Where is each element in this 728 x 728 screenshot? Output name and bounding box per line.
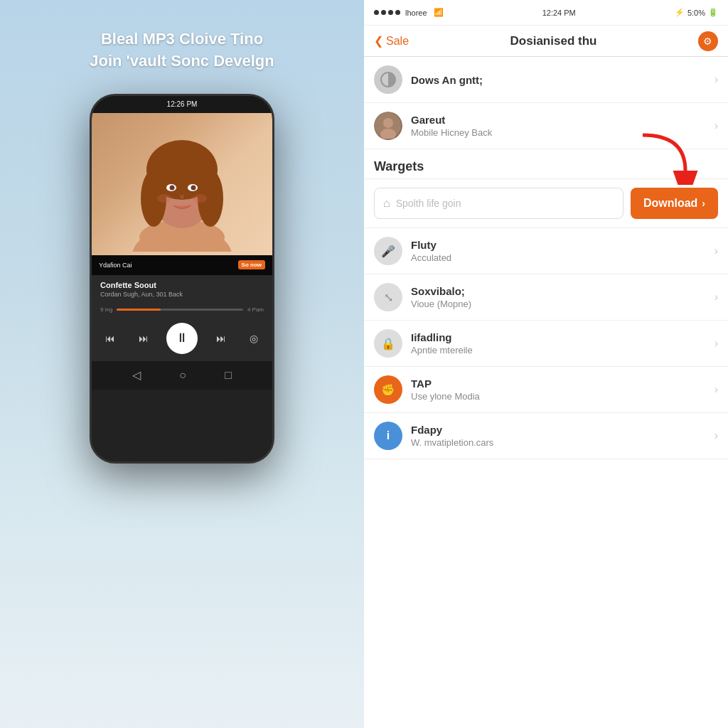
item-soxvibalo-title: Soxvibalo; — [411, 285, 714, 297]
phone-status-bar: 12:26 PM — [92, 96, 272, 113]
svg-point-11 — [157, 194, 171, 203]
item-fluty-subtitle: Acculated — [411, 252, 714, 263]
item-fluty-text: Fluty Acculated — [411, 239, 714, 263]
search-input-container[interactable]: ⌂ Spolth life goin — [374, 188, 623, 219]
signal-dots: lhoree 📶 — [374, 8, 444, 17]
signal-dot-3 — [388, 10, 393, 15]
phone-status-time: 12:26 PM — [167, 100, 198, 108]
svg-point-15 — [383, 118, 393, 128]
left-panel: Bleal MP3 Cloive Tino Join 'vault Sonc D… — [0, 0, 364, 728]
item-lifadling-chevron: › — [714, 337, 718, 350]
list-item[interactable]: 🎤 Fluty Acculated › — [364, 228, 728, 274]
list-item[interactable]: Dows An gntt; › — [364, 57, 728, 103]
list-item[interactable]: ⤡ Soxvibalo; Vioue (Mopne) › — [364, 274, 728, 321]
item-fdapy-text: Fdapy W. mvatipletion.cars — [411, 424, 714, 448]
list-item[interactable]: Gareut Mobile Hicney Back › — [364, 103, 728, 149]
item-tap-subtitle: Use ylone Modia — [411, 391, 714, 402]
battery-icon: 🔋 — [708, 8, 718, 17]
info-icon: i — [387, 429, 390, 442]
carrier-label: lhoree — [405, 9, 427, 17]
track-title: Confette Soout — [100, 281, 264, 289]
item-soxvibalo-icon: ⤡ — [374, 283, 402, 311]
home-icon: ⌂ — [383, 197, 390, 210]
phone-mockup: 12:26 PM — [90, 94, 274, 464]
phone-app-bar: Ydafion Cai So now — [92, 255, 272, 275]
list-item[interactable]: i Fdapy W. mvatipletion.cars › — [364, 413, 728, 459]
wifi-icon: 📶 — [434, 8, 444, 17]
right-panel: lhoree 📶 12:24 PM ⚡ 5:0% 🔋 ❮ Sale Dosian… — [364, 0, 728, 728]
rewind-button[interactable]: ⏮ — [100, 328, 120, 348]
item-gareut-subtitle: Mobile Hicney Back — [411, 127, 714, 138]
section-header-wargets: Wargets — [364, 149, 728, 179]
signal-dot-4 — [395, 10, 400, 15]
back-button[interactable]: ❮ Sale — [374, 34, 409, 48]
home-nav-button[interactable]: ○ — [179, 369, 186, 382]
fist-icon: ✊ — [381, 383, 395, 397]
svg-point-10 — [191, 185, 196, 190]
progress-bar — [117, 309, 243, 311]
right-status-bar: lhoree 📶 12:24 PM ⚡ 5:0% 🔋 — [364, 0, 728, 26]
download-button[interactable]: Download › — [631, 188, 718, 219]
play-pause-button[interactable]: ⏸ — [166, 323, 198, 354]
item-dows-chevron: › — [714, 73, 718, 86]
promo-text: Bleal MP3 Cloive Tino Join 'vault Sonc D… — [90, 28, 274, 73]
share-icon: ⤡ — [384, 291, 393, 304]
item-fdapy-subtitle: W. mvatipletion.cars — [411, 437, 714, 448]
item-gareut-text: Gareut Mobile Hicney Back — [411, 114, 714, 138]
page-title: Dosianised thu — [510, 34, 597, 48]
download-label: Download — [643, 197, 697, 210]
list-item[interactable]: 🔒 Iifadling Apntie mtereile › — [364, 321, 728, 367]
skip-forward-button[interactable]: ⏭ — [211, 328, 231, 348]
download-chevron-icon: › — [702, 198, 705, 209]
item-lifadling-icon: 🔒 — [374, 329, 402, 358]
list-container: Dows An gntt; › Gareut Mobile Hicney Bac… — [364, 57, 728, 728]
so-now-badge: So now — [238, 260, 265, 269]
charge-icon: ⚡ — [675, 8, 685, 17]
track-artist: Cordan Sugh, Aun, 301 Back — [100, 291, 264, 298]
item-soxvibalo-subtitle: Vioue (Mopne) — [411, 299, 714, 309]
signal-dot-2 — [381, 10, 386, 15]
lock-icon: 🔒 — [381, 337, 395, 350]
progress-end: 4 Pam — [247, 306, 264, 313]
more-options-button[interactable]: ◎ — [244, 328, 264, 348]
phone-artist-image — [92, 113, 272, 255]
microphone-icon: 🎤 — [381, 245, 395, 258]
item-tap-icon: ✊ — [374, 375, 402, 404]
back-nav-button[interactable]: ◁ — [132, 368, 141, 382]
item-dows-title: Dows An gntt; — [411, 74, 714, 86]
left-panel-header: Bleal MP3 Cloive Tino Join 'vault Sonc D… — [75, 21, 289, 80]
item-soxvibalo-text: Soxvibalo; Vioue (Mopne) — [411, 285, 714, 309]
list-item[interactable]: ✊ TAP Use ylone Modia › — [364, 367, 728, 413]
item-lifadling-text: Iifadling Apntie mtereile — [411, 331, 714, 355]
item-gareut-icon — [374, 112, 402, 140]
item-tap-title: TAP — [411, 378, 714, 390]
recents-nav-button[interactable]: □ — [225, 369, 232, 382]
phone-screen: 12:26 PM — [92, 96, 272, 461]
phone-nav-bar: ◁ ○ □ — [92, 361, 272, 390]
back-chevron-icon: ❮ — [374, 34, 383, 48]
item-fdapy-icon: i — [374, 422, 402, 450]
item-fdapy-title: Fdapy — [411, 424, 714, 436]
download-section: ⌂ Spolth life goin Download › — [364, 179, 728, 228]
svg-point-9 — [170, 185, 175, 190]
item-tap-text: TAP Use ylone Modia — [411, 378, 714, 402]
skip-back-button[interactable]: ⏭ — [134, 328, 154, 348]
item-fdapy-chevron: › — [714, 429, 718, 442]
item-lifadling-title: Iifadling — [411, 331, 714, 343]
signal-dot-1 — [374, 10, 379, 15]
progress-start: 9 ing — [100, 306, 112, 313]
right-nav-bar: ❮ Sale Dosianised thu ⚙ — [364, 26, 728, 57]
right-status-time: 12:24 PM — [542, 9, 576, 17]
back-label: Sale — [386, 35, 409, 48]
artist-portrait — [118, 117, 246, 252]
phone-track-info: Confette Soout Cordan Sugh, Aun, 301 Bac… — [92, 275, 272, 304]
svg-point-12 — [193, 194, 207, 203]
item-fluty-chevron: › — [714, 245, 718, 257]
search-placeholder: Spolth life goin — [396, 198, 461, 209]
gear-icon: ⚙ — [703, 36, 712, 47]
item-tap-chevron: › — [714, 383, 718, 396]
settings-button[interactable]: ⚙ — [698, 31, 718, 51]
item-fluty-title: Fluty — [411, 239, 714, 251]
phone-controls: ⏮ ⏭ ⏸ ⏭ ◎ — [92, 316, 272, 361]
avatar — [374, 112, 402, 140]
